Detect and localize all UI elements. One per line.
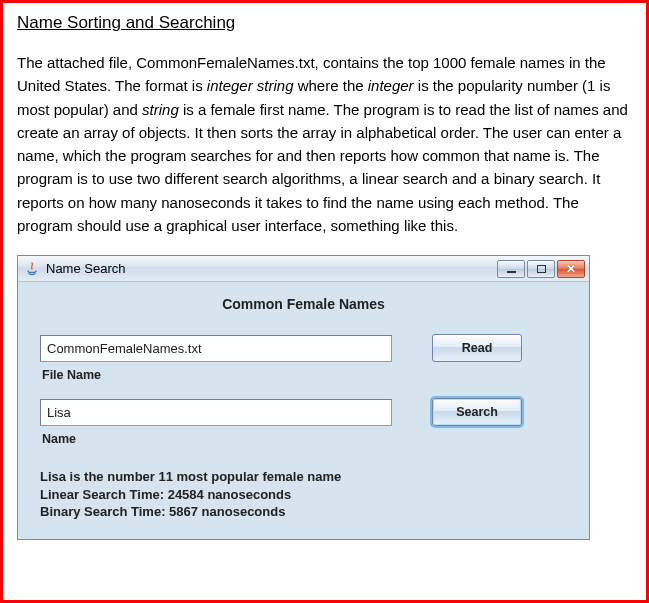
- file-name-label: File Name: [42, 368, 567, 382]
- maximize-button[interactable]: [527, 260, 555, 278]
- desc-italic: integer: [368, 77, 414, 94]
- document-page: Name Sorting and Searching The attached …: [0, 0, 649, 603]
- app-heading: Common Female Names: [40, 290, 567, 334]
- desc-seg: where the: [294, 77, 368, 94]
- read-button[interactable]: Read: [432, 334, 522, 362]
- page-title: Name Sorting and Searching: [17, 13, 632, 33]
- name-input[interactable]: [40, 399, 392, 426]
- name-row: Search: [40, 398, 567, 426]
- results-block: Lisa is the number 11 most popular femal…: [40, 468, 567, 521]
- window-controls: ✕: [497, 260, 585, 278]
- app-window: Name Search ✕ Common Female Names Read F…: [17, 255, 590, 540]
- desc-italic: string: [142, 101, 179, 118]
- result-binary-time: Binary Search Time: 5867 nanoseconds: [40, 503, 567, 521]
- name-label: Name: [42, 432, 567, 446]
- file-row: Read: [40, 334, 567, 362]
- desc-seg: is a female first name. The program is t…: [17, 101, 628, 234]
- java-icon: [24, 261, 40, 277]
- search-button[interactable]: Search: [432, 398, 522, 426]
- app-body: Common Female Names Read File Name Searc…: [18, 282, 589, 539]
- window-titlebar[interactable]: Name Search ✕: [18, 256, 589, 282]
- assignment-description: The attached file, CommonFemaleNames.txt…: [17, 51, 632, 237]
- result-popularity: Lisa is the number 11 most popular femal…: [40, 468, 567, 486]
- minimize-button[interactable]: [497, 260, 525, 278]
- window-title: Name Search: [46, 261, 497, 276]
- file-name-input[interactable]: [40, 335, 392, 362]
- desc-italic: integer string: [207, 77, 294, 94]
- close-button[interactable]: ✕: [557, 260, 585, 278]
- result-linear-time: Linear Search Time: 24584 nanoseconds: [40, 486, 567, 504]
